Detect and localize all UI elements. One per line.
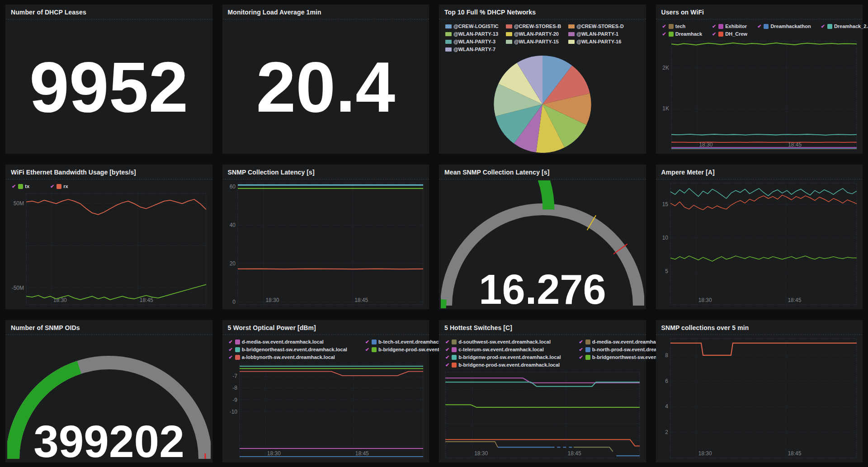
legend-item[interactable]: ✔DH_Crew <box>712 30 747 38</box>
legend-item[interactable]: @WLAN-PARTY-20 <box>506 30 561 38</box>
legend-check-icon[interactable]: ✔ <box>662 23 666 30</box>
snmp-collections-chart[interactable]: 864218:3018:45 <box>658 336 861 462</box>
legend-item[interactable]: ✔b-bridgenw-prod-sw.event.dreamhack.loca… <box>445 354 561 361</box>
svg-text:60: 60 <box>229 184 236 190</box>
legend-item[interactable]: ✔b-bridgenortheast-sw.event.dreamhack.lo… <box>229 346 347 353</box>
panel-title[interactable]: Number of SNMP OIDs <box>11 324 80 331</box>
legend-check-icon[interactable]: ✔ <box>445 361 449 368</box>
legend-check-icon[interactable]: ✔ <box>365 338 369 345</box>
legend-color-swatch <box>568 32 575 36</box>
panel-title[interactable]: Monitoring Load Average 1min <box>228 9 321 16</box>
legend-color-swatch <box>669 24 674 29</box>
optical-power-chart[interactable]: -7-8-9-1018:3018:45 <box>224 362 428 462</box>
legend-item[interactable]: ✔Dreamhack <box>662 30 703 38</box>
legend-color-swatch <box>585 355 590 360</box>
panel-title[interactable]: Top 10 Full % DHCP Networks <box>444 9 536 16</box>
legend-item[interactable]: ✔Dreamhackathon <box>757 23 811 30</box>
panel-header[interactable]: SNMP Collection Latency [s] <box>222 165 429 179</box>
panel-title[interactable]: Mean SNMP Collection Latency [s] <box>444 169 549 176</box>
legend-check-icon[interactable]: ✔ <box>12 183 16 190</box>
legend-check-icon[interactable]: ✔ <box>445 354 449 361</box>
panel-title[interactable]: Users on WiFi <box>661 9 704 16</box>
legend-check-icon[interactable]: ✔ <box>662 30 666 38</box>
legend-item[interactable]: @WLAN-PARTY-15 <box>506 38 561 45</box>
legend-check-icon[interactable]: ✔ <box>712 23 716 30</box>
legend-item[interactable]: @CREW-STORES-D <box>568 23 623 30</box>
legend-check-icon[interactable]: ✔ <box>757 23 761 30</box>
legend-check-icon[interactable]: ✔ <box>229 354 233 361</box>
panel-header[interactable]: Number of SNMP OIDs <box>5 320 212 335</box>
panel-header[interactable]: Users on WiFi <box>656 5 863 19</box>
panel-title[interactable]: 5 Worst Optical Power [dBm] <box>228 324 316 331</box>
series-legend: ✔d-media-sw.event.dreamhack.local✔b-tech… <box>224 336 428 362</box>
panel-header[interactable]: SNMP collections over 5 min <box>656 320 863 335</box>
legend-item[interactable]: ✔d-media-sw.event.dreamhack.local <box>229 338 347 345</box>
legend-color-swatch <box>568 40 575 44</box>
legend-check-icon[interactable]: ✔ <box>712 30 716 38</box>
panel-number-of-dhcp-leases: Number of DHCP Leases 9952 <box>5 5 212 154</box>
panel-title[interactable]: WiFi Ethernet Bandwidth Usage [bytes/s] <box>11 169 136 176</box>
panel-header[interactable]: Number of DHCP Leases <box>5 5 212 19</box>
legend-item[interactable]: ✔Dreamhack_2.4 <box>821 23 868 30</box>
legend-item[interactable]: @CREW-LOGISTIC <box>445 23 499 30</box>
svg-text:-8: -8 <box>232 385 237 391</box>
legend-label: DH_Crew <box>725 30 747 38</box>
legend-check-icon[interactable]: ✔ <box>50 183 54 190</box>
panel-header[interactable]: Monitoring Load Average 1min <box>222 5 429 19</box>
legend-item[interactable]: @WLAN-PARTY-7 <box>445 46 499 53</box>
wifi-bandwidth-chart[interactable]: 50M-50M18:3018:45 <box>7 191 211 308</box>
legend-item[interactable]: @WLAN-PARTY-1 <box>568 30 623 38</box>
series-legend: ✔tech✔Exhibitor✔Dreamhackathon✔Dreamhack… <box>658 20 861 38</box>
legend-label: Dreamhack_2.4 <box>834 23 868 30</box>
panel-header[interactable]: Ampere Meter [A] <box>656 165 863 179</box>
legend-item[interactable]: ✔tech <box>662 23 703 30</box>
panel-title[interactable]: SNMP collections over 5 min <box>661 324 749 331</box>
panel-title[interactable]: 5 Hottest Switches [C] <box>444 324 512 331</box>
ampere-meter-chart[interactable]: 1510518:3018:45 <box>658 180 861 308</box>
legend-item[interactable]: @WLAN-PARTY-13 <box>445 30 499 38</box>
panel-title[interactable]: SNMP Collection Latency [s] <box>228 169 315 176</box>
svg-text:6: 6 <box>665 378 668 384</box>
panel-title[interactable]: Number of DHCP Leases <box>11 9 86 16</box>
panel-header[interactable]: Mean SNMP Collection Latency [s] <box>439 165 646 179</box>
legend-item[interactable]: ✔rx <box>50 183 68 190</box>
panel-title[interactable]: Ampere Meter [A] <box>661 169 715 176</box>
legend-check-icon[interactable]: ✔ <box>445 338 449 345</box>
legend-item[interactable]: ✔Exhibitor <box>712 23 747 30</box>
svg-text:2K: 2K <box>662 65 669 71</box>
legend-item[interactable]: @CREW-STORES-B <box>506 23 561 30</box>
legend-item[interactable]: ✔tx <box>12 183 29 190</box>
legend-item[interactable]: @WLAN-PARTY-16 <box>568 38 623 45</box>
panel-header[interactable]: Top 10 Full % DHCP Networks <box>439 5 646 19</box>
legend-check-icon[interactable]: ✔ <box>579 346 583 353</box>
panel-ampere-meter: Ampere Meter [A] 1510518:3018:45 <box>656 165 863 309</box>
users-on-wifi-chart[interactable]: 2K1K18:3018:45 <box>658 38 861 153</box>
legend-item[interactable]: @WLAN-PARTY-3 <box>445 38 499 45</box>
legend-item[interactable]: ✔c-telerum-sw.event.dreamhack.local <box>445 346 561 353</box>
svg-text:18:45: 18:45 <box>788 450 801 457</box>
svg-text:40: 40 <box>229 222 236 228</box>
legend-item[interactable]: ✔b-bridgene-prod-sw.event.dreamhack.loca… <box>445 361 561 368</box>
legend-color-swatch <box>827 24 832 29</box>
panel-header[interactable]: 5 Hottest Switches [C] <box>439 320 646 335</box>
legend-check-icon[interactable]: ✔ <box>229 346 233 353</box>
hottest-switches-chart[interactable]: 18:3018:45 <box>441 369 644 462</box>
legend-color-swatch <box>235 340 240 344</box>
legend-check-icon[interactable]: ✔ <box>365 346 369 353</box>
legend-check-icon[interactable]: ✔ <box>229 338 233 345</box>
legend-check-icon[interactable]: ✔ <box>579 354 583 361</box>
gauge-chart-svg: 16.276 <box>441 180 644 308</box>
legend-check-icon[interactable]: ✔ <box>445 346 449 353</box>
legend-item[interactable]: ✔a-lobbynorth-sw.event.dreamhack.local <box>229 354 347 361</box>
legend-check-icon[interactable]: ✔ <box>579 338 583 345</box>
legend-label: tx <box>25 183 29 190</box>
svg-text:1K: 1K <box>662 105 669 112</box>
panel-header[interactable]: WiFi Ethernet Bandwidth Usage [bytes/s] <box>5 165 212 179</box>
svg-text:18:45: 18:45 <box>355 450 368 457</box>
legend-item[interactable]: ✔d-southwest-sw.event.dreamhack.local <box>445 338 561 345</box>
legend-check-icon[interactable]: ✔ <box>821 23 825 30</box>
panel-header[interactable]: 5 Worst Optical Power [dBm] <box>222 320 429 335</box>
snmp-latency-chart[interactable]: 604020018:3018:45 <box>224 180 428 308</box>
svg-text:-7: -7 <box>232 373 237 379</box>
legend-label: b-bridgene-prod-sw.event.dreamhack.local <box>458 361 560 368</box>
